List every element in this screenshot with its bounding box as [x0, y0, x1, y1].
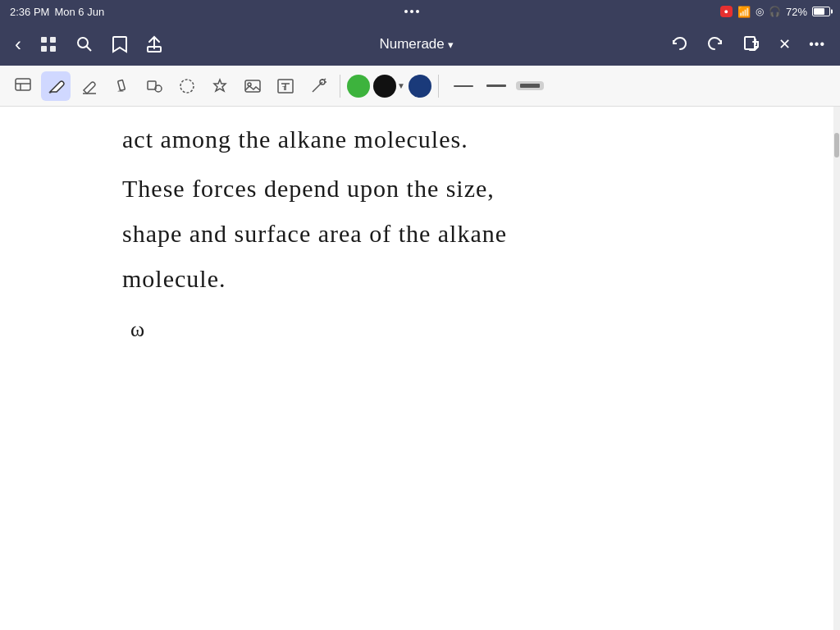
toolbar: T ▼ [0, 66, 840, 107]
separator-1 [340, 75, 340, 98]
share-icon [146, 35, 162, 53]
star-tool[interactable] [205, 71, 235, 101]
nav-bar: ‹ Numerade ▾ [0, 23, 840, 66]
time: 2:36 PM [10, 6, 49, 18]
color-black-group[interactable]: ▼ [373, 75, 405, 98]
wifi-icon: 📶 [737, 6, 751, 18]
nav-title-group: Numerade ▾ [379, 36, 453, 52]
date: Mon 6 Jun [54, 6, 104, 18]
svg-rect-3 [50, 46, 56, 52]
svg-rect-7 [745, 37, 755, 49]
grid-icon [39, 35, 57, 53]
text-tool[interactable]: T [271, 71, 300, 101]
redo-icon [706, 35, 724, 53]
text-icon: T [276, 77, 294, 95]
highlighter-icon [112, 77, 130, 95]
grid-button[interactable] [34, 32, 62, 57]
svg-line-31 [324, 79, 326, 80]
size-mid-button[interactable] [483, 82, 509, 90]
status-left: 2:36 PM Mon 6 Jun [10, 6, 104, 18]
app-title: Numerade [379, 36, 444, 52]
color-dark-blue[interactable] [409, 75, 431, 98]
bookmark-icon [112, 35, 128, 53]
image-icon [244, 77, 262, 95]
dot2 [410, 10, 413, 13]
size-controls [445, 81, 549, 90]
thin-line-indicator [454, 85, 473, 87]
select-icon [14, 77, 32, 95]
svg-text:T: T [282, 84, 286, 92]
add-page-icon [742, 35, 760, 53]
color-green[interactable] [347, 75, 370, 98]
search-icon [75, 35, 94, 53]
separator-2 [438, 75, 439, 98]
share-button[interactable] [141, 32, 167, 57]
size-thin-button[interactable] [450, 82, 477, 90]
eraser-tool[interactable] [74, 71, 103, 101]
redo-button[interactable] [701, 32, 729, 57]
status-right: 📶 ◎ 🎧 72% [720, 6, 830, 18]
pen-tool[interactable] [41, 71, 71, 101]
highlighter-tool[interactable] [107, 71, 136, 101]
battery-bar [812, 7, 830, 16]
back-button[interactable]: ‹ [10, 30, 26, 59]
color-black[interactable] [373, 75, 396, 98]
select-tool[interactable] [8, 71, 38, 101]
shapes-icon [145, 77, 163, 95]
image-tool[interactable] [238, 71, 267, 101]
pen-icon [47, 77, 65, 95]
shapes-tool[interactable] [139, 71, 169, 101]
mid-line-indicator [486, 84, 506, 87]
handwriting-canvas: act among the alkane molecules. These fo… [0, 107, 840, 630]
svg-text:shape  and  surface  area  of : shape and surface area of the alkane [122, 220, 507, 247]
svg-rect-12 [16, 79, 30, 90]
add-page-button[interactable] [737, 32, 765, 57]
svg-rect-2 [41, 46, 47, 52]
battery-percent: 72% [786, 6, 807, 18]
svg-text:molecule.: molecule. [122, 265, 226, 292]
signal-icon: ◎ [756, 6, 764, 17]
lasso-icon [178, 77, 196, 95]
more-button[interactable]: ••• [804, 34, 830, 55]
thick-line-indicator [520, 84, 540, 88]
star-icon [211, 77, 229, 95]
status-bar: 2:36 PM Mon 6 Jun 📶 ◎ 🎧 72% [0, 0, 840, 23]
undo-icon [670, 35, 688, 53]
svg-point-20 [180, 80, 194, 93]
svg-text:ω: ω [130, 317, 144, 341]
record-indicator [720, 6, 733, 17]
lasso-tool[interactable] [172, 71, 202, 101]
svg-point-4 [78, 38, 88, 48]
battery-fill [814, 8, 824, 15]
dot1 [404, 10, 408, 13]
svg-rect-21 [245, 80, 260, 92]
scrollbar[interactable] [833, 107, 840, 630]
svg-line-5 [87, 47, 92, 52]
svg-text:These   forces   depend   upon: These forces depend upon the size, [122, 175, 495, 202]
svg-text:act  among  the  alkane  molec: act among the alkane molecules. [122, 126, 468, 153]
size-thick-button[interactable] [516, 81, 544, 90]
undo-button[interactable] [665, 32, 693, 57]
svg-rect-0 [41, 37, 47, 43]
laser-icon [309, 77, 327, 95]
title-chevron[interactable]: ▾ [448, 39, 454, 51]
bookmark-button[interactable] [107, 32, 133, 57]
scrollbar-thumb[interactable] [834, 133, 839, 158]
status-center-dots [404, 10, 419, 13]
dot3 [416, 10, 419, 13]
svg-rect-17 [118, 80, 126, 90]
eraser-icon [80, 77, 98, 95]
laser-tool[interactable] [304, 71, 333, 101]
close-button[interactable]: ✕ [774, 32, 796, 57]
canvas-area[interactable]: act among the alkane molecules. These fo… [0, 107, 840, 630]
headphone-icon: 🎧 [769, 6, 781, 17]
svg-rect-1 [50, 37, 56, 43]
color-dropdown-chevron[interactable]: ▼ [397, 81, 405, 90]
search-button[interactable] [71, 32, 98, 57]
